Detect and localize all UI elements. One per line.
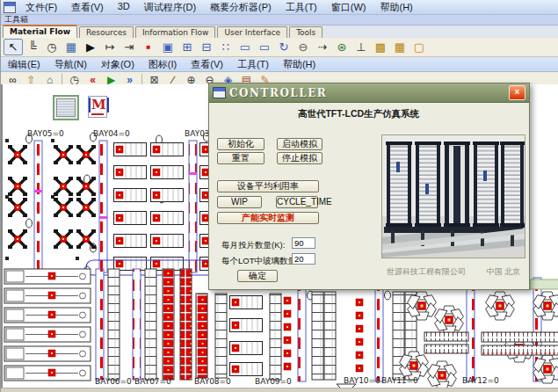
tab-resources[interactable]: Resources xyxy=(79,26,134,38)
m-logo-icon[interactable]: M xyxy=(88,96,107,118)
toolbar-material-flow: ↖╚◷▦▶↦⇥■▣⊞⊟∷▭▭↻⊖⇢⊛⊥▩▦▢ xyxy=(1,38,558,57)
frame-menu-icons[interactable]: 图标(I) xyxy=(141,58,184,71)
toolbox-tabs: Material FlowResourcesInformation FlowUs… xyxy=(1,25,558,38)
source-icon[interactable]: ↦ xyxy=(100,39,120,55)
track-icon[interactable]: ⇢ xyxy=(313,39,332,55)
bay-label: BAY04=0 xyxy=(93,129,130,138)
cycle-time-button[interactable]: CYCLE_TIME xyxy=(276,196,318,208)
bay-label: BAY07=0 xyxy=(134,377,171,386)
frame-icon[interactable]: ▦ xyxy=(62,39,81,55)
start-sim-button[interactable]: 启动模拟 xyxy=(277,138,322,150)
model-frame-icon[interactable] xyxy=(53,95,79,120)
frame-menu-navigate[interactable]: 导航(N) xyxy=(47,58,94,71)
frame-menu-help[interactable]: 帮助(H) xyxy=(276,58,322,71)
menu-view[interactable]: 查看(V) xyxy=(64,1,111,14)
drain-icon[interactable]: ⇥ xyxy=(120,39,139,55)
bay-label: BAY09=0 xyxy=(255,377,292,386)
select-cursor-icon[interactable]: ↖ xyxy=(4,39,23,55)
toolbox-title: 工具箱 xyxy=(1,15,558,25)
frame-menu-edit[interactable]: 编辑(E) xyxy=(1,58,47,71)
capacity-monitor-button[interactable]: 产能实时监测 xyxy=(217,212,319,224)
close-icon[interactable]: × xyxy=(509,85,525,100)
frame-menu-objects[interactable]: 对象(O) xyxy=(94,58,141,71)
app-icon xyxy=(4,2,16,13)
bay-label: BAY11=0 xyxy=(381,376,418,385)
conveyor-icon[interactable]: ⊖ xyxy=(293,39,313,55)
workplace-icon[interactable]: ▢ xyxy=(409,39,429,55)
tab-information-flow[interactable]: Information Flow xyxy=(135,26,216,38)
menu-profiler[interactable]: 概要分析器(P) xyxy=(203,1,279,14)
frame-menubar: 编辑(E)导航(N)对象(O)图标(I)查看(V)工具(T)帮助(H) xyxy=(1,57,558,72)
frame-menu-items: 编辑(E)导航(N)对象(O)图标(I)查看(V)工具(T)帮助(H) xyxy=(1,58,322,71)
ok-button[interactable]: 确定 xyxy=(237,270,278,282)
menu-tools[interactable]: 工具(T) xyxy=(279,1,324,14)
tab-user-interface[interactable]: User Interface xyxy=(217,26,287,38)
stop-sim-button[interactable]: 停止模拟 xyxy=(277,152,322,164)
bay-label: BAY12=0 xyxy=(462,376,499,385)
controller-dialog: CONTROLLER × 高世代TFT-LCD生产仿真系统 初始化 启动模拟 重… xyxy=(208,83,530,290)
dialog-titlebar[interactable]: CONTROLLER × xyxy=(209,83,529,103)
dismantle-station-icon[interactable]: ⊟ xyxy=(197,39,216,55)
menu-3d[interactable]: 3D xyxy=(111,1,137,14)
application-window: 文件(F)查看(V)3D调试程序(D)概要分析器(P)工具(T)窗口(W)帮助(… xyxy=(0,0,558,392)
menu-window[interactable]: 窗口(W) xyxy=(324,1,373,14)
m-logo-glyph: M xyxy=(89,98,109,113)
frame-menu-view[interactable]: 查看(V) xyxy=(184,58,230,71)
menu-file[interactable]: 文件(F) xyxy=(18,1,64,14)
lot-glass-field[interactable] xyxy=(292,253,315,265)
pick-and-place-icon[interactable]: ∷ xyxy=(216,39,236,55)
sorter-icon[interactable]: ⊥ xyxy=(351,39,371,55)
cycle-icon[interactable]: ↻ xyxy=(274,39,293,55)
company-name: 世源科技工程有限公司 xyxy=(387,266,466,278)
main-menubar: 文件(F)查看(V)3D调试程序(D)概要分析器(P)工具(T)窗口(W)帮助(… xyxy=(1,0,558,15)
lot-glass-label: 每个LOT中玻璃数量: xyxy=(221,255,299,266)
menu-debugger[interactable]: 调试程序(D) xyxy=(137,1,203,14)
dialog-system-icon xyxy=(213,87,226,98)
utilization-button[interactable]: 设备平均利用率 xyxy=(217,180,319,192)
frame-menu-tools[interactable]: 工具(T) xyxy=(230,58,276,71)
dialog-body: 高世代TFT-LCD生产仿真系统 初始化 启动模拟 重置 停止模拟 设备平均利用… xyxy=(209,103,529,291)
flow-control-icon[interactable]: ⊛ xyxy=(332,39,351,55)
reset-button[interactable]: 重置 xyxy=(217,152,265,164)
dialog-title: CONTROLLER xyxy=(229,87,327,99)
parallel-line-icon[interactable]: ▭ xyxy=(255,39,274,55)
wip-button[interactable]: WIP xyxy=(217,196,262,208)
store-icon[interactable]: ▦ xyxy=(390,39,409,55)
bay-label: BAY10=0 xyxy=(344,376,380,385)
menu-help[interactable]: 帮助(H) xyxy=(373,1,420,14)
assembly-station-icon[interactable]: ⊞ xyxy=(178,39,197,55)
cassette-rack-image xyxy=(381,134,525,258)
bay-label: BAY08=0 xyxy=(194,377,231,386)
company-location: 中国 北京 xyxy=(486,266,520,278)
parallel-proc-icon[interactable]: ▣ xyxy=(158,39,178,55)
monthly-input-label: 每月投片数量(K): xyxy=(221,239,285,250)
dialog-footer: 世源科技工程有限公司 中国 北京 xyxy=(381,266,525,278)
line-icon[interactable]: ▭ xyxy=(236,39,255,55)
event-controller-icon[interactable]: ◷ xyxy=(42,39,62,55)
buffer-icon[interactable]: ▩ xyxy=(371,39,390,55)
main-menu-items: 文件(F)查看(V)3D调试程序(D)概要分析器(P)工具(T)窗口(W)帮助(… xyxy=(18,1,420,14)
init-button[interactable]: 初始化 xyxy=(217,138,265,150)
connector-icon[interactable]: ╚ xyxy=(23,39,42,55)
tab-tools[interactable]: Tools xyxy=(289,26,322,38)
interface-icon[interactable]: ▶ xyxy=(81,39,100,55)
bay-label: BAY06=0 xyxy=(95,377,132,386)
monthly-input-field[interactable] xyxy=(292,237,315,249)
tab-material-flow[interactable]: Material Flow xyxy=(3,25,77,38)
bay-label: BAY05=0 xyxy=(27,129,64,138)
single-proc-icon[interactable]: ■ xyxy=(139,39,158,55)
dialog-heading: 高世代TFT-LCD生产仿真系统 xyxy=(209,108,508,120)
window-bottom-strip xyxy=(1,388,558,392)
